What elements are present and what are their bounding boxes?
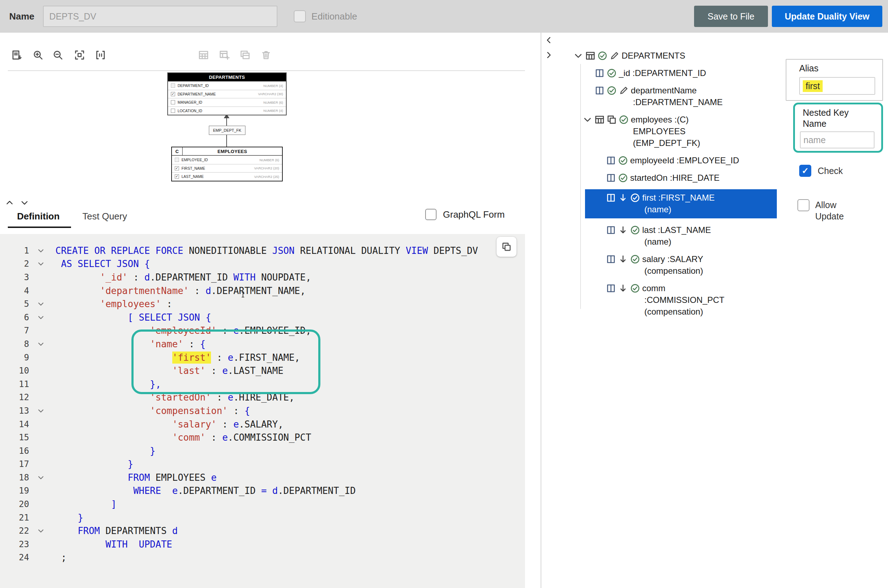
er-table-employees[interactable]: CEMPLOYEESEMPLOYEE_IDNUMBER (6)FIRST_NAM… xyxy=(171,147,283,182)
graphql-form-checkbox[interactable] xyxy=(425,209,437,220)
nested-key-input[interactable]: name xyxy=(800,131,874,148)
allow-update-label: Allow Update xyxy=(815,199,859,222)
er-column-row[interactable]: DEPARTMENT_NAMEVARCHAR2 (30) xyxy=(168,90,286,98)
column-checkbox[interactable] xyxy=(171,84,175,88)
tree-item-salary[interactable]: salary :SALARY(compensation) xyxy=(573,253,786,277)
er-column-row[interactable]: LOCATION_IDNUMBER (4) xyxy=(168,106,286,115)
column-checkbox[interactable] xyxy=(171,100,175,104)
code-line[interactable]: 15 'comm' : e.COMMISSION_PCT xyxy=(0,431,478,444)
er-table-departments[interactable]: DEPARTMENTSDEPARTMENT_IDNUMBER (4)DEPART… xyxy=(167,72,287,116)
er-column-row[interactable]: DEPARTMENT_IDNUMBER (4) xyxy=(168,81,286,90)
fold-toggle-icon[interactable] xyxy=(37,260,45,268)
zoom-in-icon[interactable] xyxy=(33,50,44,60)
pencil-icon xyxy=(619,86,629,96)
tree-item-startedon[interactable]: startedOn :HIRE_DATE xyxy=(573,172,786,184)
update-duality-view-button[interactable]: Update Duality View xyxy=(772,6,882,27)
code-line[interactable]: 3 '_id' : d.DEPARTMENT_ID WITH NOUPDATE, xyxy=(0,271,478,284)
tab-definition[interactable]: Definition xyxy=(17,211,60,222)
check-circle-icon xyxy=(607,86,617,96)
panel-collapse-right-icon[interactable] xyxy=(544,50,553,60)
check-checkbox[interactable] xyxy=(799,165,811,177)
duality-tree: DEPARTMENTS_id :DEPARTMENT_IDdepartmentN… xyxy=(573,50,786,323)
tree-item-departments[interactable]: DEPARTMENTS xyxy=(573,50,786,62)
fold-toggle-icon[interactable] xyxy=(37,300,45,308)
zoom-out-icon[interactable] xyxy=(53,50,63,60)
fold-toggle-icon[interactable] xyxy=(37,407,45,415)
fold-toggle-icon[interactable] xyxy=(37,247,45,255)
line-number: 14 xyxy=(0,419,34,429)
er-column-row[interactable]: FIRST_NAMEVARCHAR2 (20) xyxy=(172,164,282,172)
code-line[interactable]: 19 WHERE e.DEPARTMENT_ID = d.DEPARTMENT_… xyxy=(0,484,478,498)
check-label: Check xyxy=(818,166,843,176)
code-line[interactable]: 17 } xyxy=(0,458,478,471)
code-line[interactable]: 1CREATE OR REPLACE FORCE NONEDITIONABLE … xyxy=(0,244,478,257)
save-to-file-button[interactable]: Save to File xyxy=(694,6,768,27)
check-circle-icon xyxy=(619,115,629,124)
code-line[interactable]: 16 } xyxy=(0,444,478,458)
check-circle-icon xyxy=(630,254,640,264)
tree-item-employeeid[interactable]: employeeId :EMPLOYEE_ID xyxy=(573,154,786,166)
check-row: Check xyxy=(799,165,843,177)
column-checkbox[interactable] xyxy=(175,158,179,162)
code-line[interactable]: 24 ; xyxy=(0,551,478,565)
column-checkbox[interactable] xyxy=(175,174,179,178)
line-number: 20 xyxy=(0,499,34,509)
code-line[interactable]: 4 'departmentName' : d.DEPARTMENT_NAME, xyxy=(0,284,478,297)
column-checkbox[interactable] xyxy=(171,109,175,113)
tree-item-employees[interactable]: employees :(C)EMPLOYEES(EMP_DEPT_FK) xyxy=(573,114,786,149)
code-line[interactable]: 5 'employees' : xyxy=(0,297,478,311)
fold-toggle-icon[interactable] xyxy=(37,474,45,482)
code-line[interactable]: 20 ] xyxy=(0,498,478,511)
panel-collapse-left-icon[interactable] xyxy=(544,36,553,45)
zoom-actual-icon[interactable] xyxy=(95,50,106,60)
tree-item-departmentname[interactable]: departmentName:DEPARTMENT_NAME xyxy=(573,84,786,108)
code-line[interactable]: 12 'startedOn' : e.HIRE_DATE, xyxy=(0,391,478,404)
zoom-fit-icon[interactable] xyxy=(74,50,85,60)
code-line[interactable]: 21 } xyxy=(0,511,478,525)
er-column-row[interactable]: LAST_NAMEVARCHAR2 (25) xyxy=(172,172,282,181)
code-line[interactable]: 7 'employeeId' : e.EMPLOYEE_ID, xyxy=(0,324,478,338)
check-circle-icon xyxy=(598,51,607,61)
code-line[interactable]: 14 'salary' : e.SALARY, xyxy=(0,418,478,431)
columns-icon xyxy=(606,173,616,183)
tree-item-_id[interactable]: _id :DEPARTMENT_ID xyxy=(573,67,786,79)
code-line[interactable]: 23 WITH UPDATE xyxy=(0,538,478,551)
fold-toggle-icon[interactable] xyxy=(37,314,45,321)
tree-item-comm[interactable]: comm:COMMISSION_PCT(compensation) xyxy=(573,282,786,317)
fold-toggle-icon[interactable] xyxy=(37,340,45,348)
alias-input[interactable]: first xyxy=(799,77,875,95)
name-input[interactable]: DEPTS_DV xyxy=(43,6,277,27)
code-line[interactable]: 9 'first' : e.FIRST_NAME, xyxy=(0,351,478,364)
code-line[interactable]: 2 AS SELECT JSON { xyxy=(0,257,478,271)
panel-collapse-up-icon[interactable] xyxy=(5,198,14,207)
active-tab-underline xyxy=(8,226,71,228)
export-diagram-icon[interactable] xyxy=(11,50,22,60)
code-line[interactable]: 11 }, xyxy=(0,378,478,391)
fk-label: EMP_DEPT_FK xyxy=(209,126,245,135)
tree-item-last[interactable]: last :LAST_NAME(name) xyxy=(573,224,786,248)
code-line[interactable]: 8 'name' : { xyxy=(0,338,478,351)
er-column-row[interactable]: EMPLOYEE_IDNUMBER (6) xyxy=(172,156,282,164)
allow-update-checkbox[interactable] xyxy=(798,199,810,211)
editionable-group: Editionable xyxy=(294,10,357,22)
editor-scrollbar-gutter xyxy=(525,234,541,588)
code-line[interactable]: 18 FROM EMPLOYEES e xyxy=(0,471,478,484)
panel-collapse-down-icon[interactable] xyxy=(20,198,29,207)
code-line[interactable]: 13 'compensation' : { xyxy=(0,404,478,418)
code-line[interactable]: 22 FROM DEPARTMENTS d xyxy=(0,524,478,538)
mapping-panel: DEPARTMENTS_id :DEPARTMENT_IDdepartmentN… xyxy=(541,33,888,588)
check-circle-icon xyxy=(630,193,640,203)
fold-toggle-icon[interactable] xyxy=(37,527,45,535)
column-checkbox[interactable] xyxy=(175,166,179,170)
allow-update-row: Allow Update xyxy=(798,199,859,222)
code-editor[interactable]: 1CREATE OR REPLACE FORCE NONEDITIONABLE … xyxy=(0,234,525,588)
column-checkbox[interactable] xyxy=(171,92,175,96)
tab-test-query[interactable]: Test Query xyxy=(83,211,127,222)
code-line[interactable]: 10 'last' : e.LAST_NAME xyxy=(0,364,478,378)
code-line[interactable]: 6 [ SELECT JSON { xyxy=(0,311,478,324)
tree-item-first[interactable]: first :FIRST_NAME(name) xyxy=(585,189,777,218)
topbar: Name DEPTS_DV Editionable Save to File U… xyxy=(0,0,888,33)
copy-code-button[interactable] xyxy=(497,237,517,257)
er-column-row[interactable]: MANAGER_IDNUMBER (6) xyxy=(168,98,286,106)
delete-icon xyxy=(261,50,271,60)
